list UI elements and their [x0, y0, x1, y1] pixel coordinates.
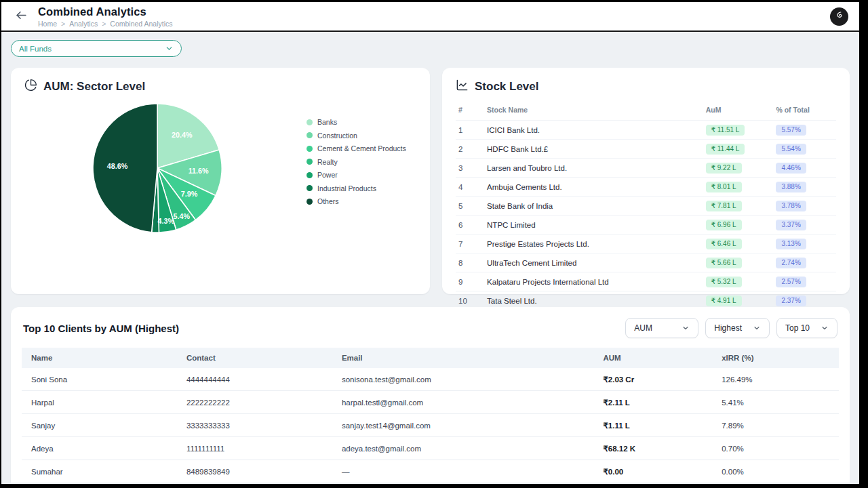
aum-badge: ₹ 8.01 L — [706, 182, 742, 192]
client-aum-cell: ₹1.11 L — [593, 414, 712, 437]
top-n-select-value: Top 10 — [785, 323, 810, 333]
clients-table-body: Soni Sona4444444444sonisona.test@gmail.c… — [22, 368, 839, 483]
client-name-cell: Soni Sona — [22, 368, 177, 391]
pct-badge: 5.54% — [776, 144, 806, 155]
breadcrumb-item-home[interactable]: Home — [38, 20, 57, 28]
legend-label: Others — [317, 197, 339, 205]
stock-name-cell: State Bank of India — [484, 197, 703, 216]
brand-logo-icon — [834, 10, 844, 23]
stock-pct-cell: 3.37% — [773, 216, 836, 235]
legend-swatch-icon — [307, 119, 313, 125]
stock-name-cell: Larsen and Toubro Ltd. — [484, 159, 703, 178]
order-select[interactable]: Highest — [705, 318, 770, 338]
stock-pct-cell: 3.78% — [773, 197, 836, 216]
stock-pct-cell: 5.57% — [773, 121, 836, 140]
legend-item[interactable]: Banks — [307, 118, 406, 126]
client-xirr-cell: 7.89% — [712, 414, 839, 437]
stock-col-rank: # — [456, 102, 484, 121]
metric-select[interactable]: AUM — [625, 318, 698, 338]
breadcrumb-separator: > — [102, 20, 106, 28]
stock-table-row: 10Tata Steel Ltd.₹ 4.91 L2.37% — [456, 291, 836, 310]
stock-rank-cell: 5 — [456, 197, 484, 216]
chevron-down-icon — [753, 324, 761, 332]
line-chart-icon — [456, 79, 469, 95]
legend-item[interactable]: Cement & Cement Products — [307, 144, 406, 152]
stock-rank-cell: 4 — [456, 178, 484, 197]
stock-aum-cell: ₹ 4.91 L — [703, 291, 774, 310]
pct-badge: 3.78% — [776, 201, 806, 211]
stock-table-row: 8UltraTech Cement Limited₹ 5.66 L2.74% — [456, 253, 836, 272]
filter-bar: All Funds — [11, 32, 850, 57]
clients-filters: AUM Highest Top 10 — [625, 318, 837, 338]
pie-slice-label: 5.4% — [173, 212, 190, 220]
aum-badge: ₹ 11.44 L — [706, 144, 745, 155]
stock-name-cell: Kalpataru Projects International Ltd — [484, 272, 703, 291]
fund-selector[interactable]: All Funds — [11, 40, 182, 57]
aum-badge: ₹ 5.32 L — [706, 277, 742, 287]
stock-name-cell: HDFC Bank Ltd.£ — [484, 140, 703, 159]
stock-pct-cell: 2.37% — [773, 291, 836, 310]
clients-card-title: Top 10 Clients by AUM (Highest) — [23, 323, 179, 334]
avatar[interactable] — [830, 7, 848, 26]
sector-chart-area: 20.4%11.6%7.9%5.4%4.3%48.6% BanksConstru… — [11, 100, 430, 235]
stock-table-row: 6NTPC Limited₹ 6.96 L3.37% — [456, 216, 836, 235]
page-title: Combined Analytics — [38, 5, 173, 18]
aum-badge: ₹ 6.46 L — [706, 239, 742, 249]
clients-table-row: Adeya1111111111adeya.test@gmail.com₹68.1… — [22, 437, 839, 460]
metric-select-value: AUM — [634, 323, 652, 333]
stock-rank-cell: 3 — [456, 159, 484, 178]
pct-badge: 5.57% — [776, 125, 806, 136]
stock-table: # Stock Name AuM % of Total 1ICICI Bank … — [456, 102, 836, 310]
pie-slice-label: 20.4% — [172, 131, 193, 139]
top-n-select[interactable]: Top 10 — [776, 318, 837, 338]
legend-label: Banks — [317, 118, 337, 126]
back-button[interactable] — [12, 7, 30, 25]
client-aum-cell: ₹0.00 — [593, 460, 712, 483]
stock-rank-cell: 7 — [456, 235, 484, 253]
aum-badge: ₹ 7.81 L — [706, 201, 742, 211]
stock-table-header: # Stock Name AuM % of Total — [456, 102, 836, 121]
legend-item[interactable]: Power — [307, 171, 406, 179]
clients-col-aum: AUM — [593, 348, 712, 368]
pct-badge: 2.37% — [776, 296, 806, 306]
client-aum-cell: ₹2.03 Cr — [593, 368, 712, 391]
stock-pct-cell: 2.57% — [773, 272, 836, 291]
legend-item[interactable]: Realty — [307, 158, 406, 166]
pie-slice-label: 48.6% — [107, 162, 128, 170]
stock-rank-cell: 9 — [456, 272, 484, 291]
client-email-cell: sanjay.test14@gmail.com — [332, 414, 594, 437]
stock-name-cell: UltraTech Cement Limited — [484, 253, 703, 272]
clients-col-name: Name — [22, 348, 177, 368]
aum-badge: ₹ 9.22 L — [706, 163, 742, 174]
breadcrumb-item-analytics[interactable]: Analytics — [69, 20, 98, 28]
clients-table: Name Contact Email AUM xIRR (%) Soni Son… — [22, 348, 839, 483]
sector-card-title: AUM: Sector Level — [11, 68, 430, 100]
legend-item[interactable]: Construction — [307, 131, 406, 140]
stock-rank-cell: 10 — [456, 291, 484, 310]
stock-pct-cell: 5.54% — [773, 140, 836, 159]
stock-table-row: 7Prestige Estates Projects Ltd.₹ 6.46 L3… — [456, 235, 836, 253]
breadcrumb: Home > Analytics > Combined Analytics — [38, 20, 173, 28]
clients-card-header: Top 10 Clients by AUM (Highest) AUM High… — [11, 307, 850, 348]
sector-card: AUM: Sector Level 20.4%11.6%7.9%5.4%4.3%… — [11, 68, 430, 294]
client-contact-cell: 2222222222 — [177, 391, 332, 414]
stock-name-cell: Prestige Estates Projects Ltd. — [484, 235, 703, 253]
clients-table-row: Sumahar8489839849—₹0.000.00% — [22, 460, 839, 483]
legend-item[interactable]: Industrial Products — [307, 184, 406, 192]
stock-rank-cell: 6 — [456, 216, 484, 235]
stock-pct-cell: 3.88% — [773, 178, 836, 197]
stock-table-body: 1ICICI Bank Ltd.₹ 11.51 L5.57%2HDFC Bank… — [456, 121, 836, 310]
aum-badge: ₹ 6.96 L — [706, 220, 742, 230]
stock-rank-cell: 8 — [456, 253, 484, 272]
clients-col-xirr: xIRR (%) — [712, 348, 839, 368]
client-xirr-cell: 0.70% — [712, 437, 839, 460]
stock-name-cell: NTPC Limited — [484, 216, 703, 235]
clients-table-row: Soni Sona4444444444sonisona.test@gmail.c… — [22, 368, 839, 391]
stock-table-row: 9Kalpataru Projects International Ltd₹ 5… — [456, 272, 836, 291]
stock-card-title: Stock Level — [442, 68, 850, 100]
client-xirr-cell: 126.49% — [712, 368, 839, 391]
legend-item[interactable]: Others — [307, 197, 406, 205]
pie-slice-label: 11.6% — [189, 167, 209, 175]
stock-col-pct: % of Total — [773, 102, 836, 121]
pct-badge: 3.88% — [776, 182, 806, 192]
